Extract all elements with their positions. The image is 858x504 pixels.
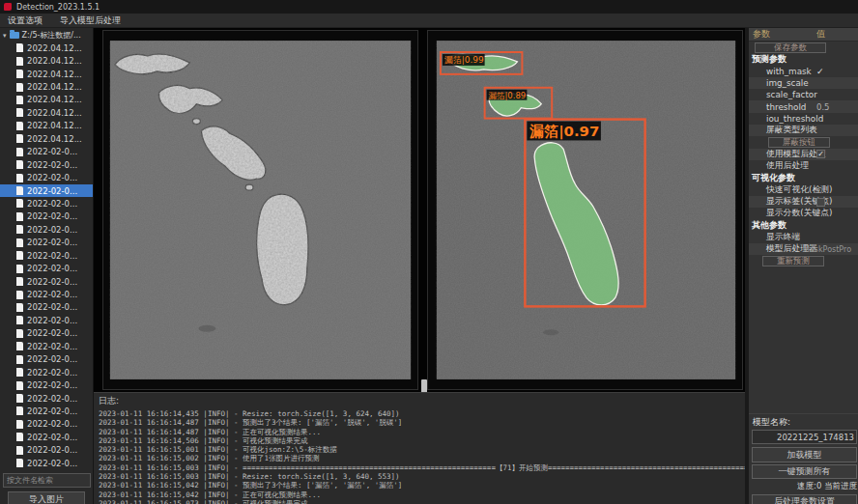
original-image bbox=[103, 31, 417, 389]
tree-item[interactable]: 2022.04.12... bbox=[0, 42, 94, 54]
search-input[interactable] bbox=[3, 473, 91, 488]
param-value: MaskPostPro bbox=[803, 245, 851, 254]
file-icon bbox=[16, 134, 23, 143]
file-icon bbox=[16, 277, 23, 286]
param-row: 使用后处理 bbox=[749, 160, 858, 172]
tree-item[interactable]: 2022-02-0... bbox=[0, 275, 94, 288]
tree-item[interactable]: 2022-02-0... bbox=[0, 444, 94, 457]
tree-item[interactable]: 2022-02-0... bbox=[0, 223, 94, 236]
tree-item[interactable]: 2022-02-0... bbox=[0, 431, 94, 443]
param-row: 显示终端 bbox=[749, 232, 858, 243]
param-label: 快速可视化(检测) bbox=[749, 184, 832, 196]
param-section-header: 预测参数 bbox=[749, 53, 858, 65]
postprocess-settings-button[interactable]: 后处理参数设置 bbox=[752, 494, 857, 504]
param-section-header: 可视化参数 bbox=[749, 172, 858, 183]
prediction-image-panel[interactable]: 漏箔|0.99 漏箔|0.89 漏箔|0.97 bbox=[427, 30, 743, 390]
log-title: 日志: bbox=[99, 395, 745, 407]
param-button-row: 屏蔽按钮 bbox=[749, 136, 858, 148]
tree-item[interactable]: 2022-02-0... bbox=[0, 288, 94, 300]
tree-item-label: 2022-02-0... bbox=[27, 445, 77, 455]
param-button[interactable]: 保存参数 bbox=[755, 42, 826, 53]
tree-item-label: 2022-02-0... bbox=[27, 277, 77, 287]
file-icon bbox=[16, 174, 23, 182]
tree-item[interactable]: 2022-02-0... bbox=[0, 340, 94, 352]
tree-item[interactable]: 2022-02-0... bbox=[0, 405, 94, 417]
tree-item[interactable]: 2022-02-0... bbox=[0, 184, 94, 197]
model-name-field[interactable]: 20221225_174813 bbox=[752, 430, 857, 444]
tree-item[interactable]: 2022-02-0... bbox=[0, 158, 94, 171]
tree-item-label: 2022-02-0... bbox=[27, 290, 77, 299]
tree-item-label: 2022-02-0... bbox=[27, 419, 77, 429]
checkbox[interactable] bbox=[816, 198, 825, 207]
tree-item[interactable]: 2022-02-0... bbox=[0, 353, 94, 366]
prediction-image: 漏箔|0.99 漏箔|0.89 漏箔|0.97 bbox=[428, 31, 742, 389]
tree-item[interactable]: 2022.04.12... bbox=[0, 80, 94, 93]
tree-item[interactable]: 2022-02-0... bbox=[0, 378, 94, 391]
file-icon bbox=[16, 459, 23, 467]
tree-item[interactable]: 2022-02-0... bbox=[0, 392, 94, 405]
tree-item[interactable]: 2022-02-0... bbox=[0, 249, 94, 262]
app-icon bbox=[4, 3, 12, 11]
menu-bar: 设置选项 导入模型后处理 bbox=[0, 14, 858, 28]
param-row: 模型后处理器MaskPostPro bbox=[749, 243, 858, 255]
param-button-row: 保存参数 bbox=[749, 42, 858, 53]
tree-item-label: 2022-02-0... bbox=[27, 316, 77, 325]
tree-item[interactable]: 2022-02-0... bbox=[0, 146, 94, 158]
original-image-panel[interactable] bbox=[102, 30, 418, 390]
load-model-button[interactable]: 加载模型 bbox=[752, 447, 857, 462]
file-icon bbox=[16, 199, 23, 208]
import-images-button[interactable]: 导入图片 bbox=[8, 491, 85, 504]
predict-all-button[interactable]: 一键预测所有 bbox=[752, 464, 857, 479]
checkbox[interactable]: ✓ bbox=[816, 150, 825, 158]
tree-item-label: 2022-02-0... bbox=[27, 368, 77, 378]
tree-item-label: 2022-02-0... bbox=[27, 354, 77, 364]
tree-item[interactable]: 2022.04.12... bbox=[0, 68, 94, 80]
tree-item[interactable]: 2022.04.12... bbox=[0, 54, 94, 67]
param-value: 0.5 bbox=[816, 102, 830, 112]
log-panel: 日志: 2023-01-11 16:16:14,435 |INFO| - Res… bbox=[94, 392, 745, 504]
tree-item[interactable]: 2022-02-0... bbox=[0, 314, 94, 326]
tree-item[interactable]: 2022-02-0... bbox=[0, 327, 94, 340]
tree-root[interactable]: ▾ Z:/5-标注数据/... bbox=[0, 29, 94, 42]
tree-item[interactable]: 2022-02-0... bbox=[0, 418, 94, 431]
tree-item[interactable]: 2022.04.12... bbox=[0, 94, 94, 106]
log-line: 2023-01-11 16:16:15,001 |INFO| - 可视化json… bbox=[99, 445, 745, 454]
tree-item[interactable]: 2022-02-0... bbox=[0, 262, 94, 274]
tree-item[interactable]: 2022-02-0... bbox=[0, 197, 94, 210]
menu-settings[interactable]: 设置选项 bbox=[8, 14, 43, 27]
tree-item[interactable]: 2022-02-0... bbox=[0, 366, 94, 378]
file-icon bbox=[16, 83, 23, 92]
file-icon bbox=[16, 43, 23, 52]
tree-root-label: Z:/5-标注数据/... bbox=[22, 30, 81, 41]
tree-item[interactable]: 2022.04.12... bbox=[0, 132, 94, 145]
tree-item[interactable]: 2022-02-0... bbox=[0, 210, 94, 223]
param-row: img_scale bbox=[749, 77, 858, 89]
menu-import-postprocess[interactable]: 导入模型后处理 bbox=[60, 14, 121, 27]
file-icon bbox=[16, 70, 23, 78]
param-label: 屏蔽类型列表 bbox=[749, 125, 817, 136]
param-label: scale_factor bbox=[749, 90, 817, 99]
tree-item-label: 2022.04.12... bbox=[27, 108, 82, 118]
file-icon bbox=[16, 108, 23, 117]
param-button[interactable]: 屏蔽按钮 bbox=[768, 137, 830, 148]
param-button[interactable]: 重新预测 bbox=[762, 256, 824, 266]
tree-item[interactable]: 2022-02-0... bbox=[0, 237, 94, 249]
tree-item-label: 2022-02-0... bbox=[27, 211, 77, 221]
tree-item-label: 2022.04.12... bbox=[27, 82, 82, 92]
tree-item[interactable]: 2022-02-0... bbox=[0, 301, 94, 314]
param-value: ✓ bbox=[816, 67, 824, 76]
tree-item[interactable]: 2022.04.12... bbox=[0, 120, 94, 132]
window-title: Detection_2023.1.5.1 bbox=[16, 3, 100, 12]
tree-item[interactable]: 2022-02-0... bbox=[0, 171, 94, 183]
tree-item[interactable]: 2022.04.12... bbox=[0, 106, 94, 119]
tree-item-label: 2022-02-0... bbox=[27, 225, 77, 235]
tree-item-label: 2022-02-0... bbox=[27, 394, 77, 404]
param-column-header: 参数 bbox=[749, 28, 816, 41]
log-line: 2023-01-11 16:16:15,042 |INFO| - 正在可视化预测… bbox=[99, 490, 745, 499]
param-value-text: 0.5 bbox=[816, 102, 830, 112]
tree-item-label: 2022.04.12... bbox=[27, 121, 82, 130]
tree-item[interactable]: 2022-02-0... bbox=[0, 457, 94, 469]
param-row: iou_threshold bbox=[749, 113, 858, 125]
param-row: threshold0.5 bbox=[749, 100, 858, 112]
chevron-down-icon[interactable]: ▾ bbox=[3, 32, 7, 40]
